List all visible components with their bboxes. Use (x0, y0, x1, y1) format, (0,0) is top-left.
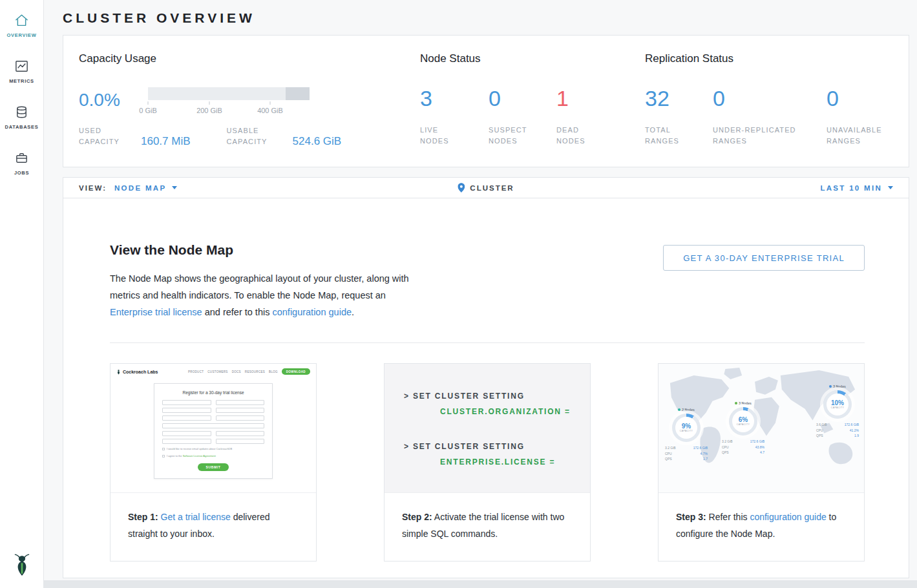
step3-caption: Step 3: Refer this configuration guide t… (659, 493, 864, 542)
metrics-icon (14, 59, 29, 74)
step2-code-block: > SET CLUSTER SETTING CLUSTER.ORGANIZATI… (385, 364, 590, 493)
suspect-nodes-label: SUSPECT NODES (489, 125, 534, 147)
map-node-cluster: 2 Nodes 9% CAPACITY 3.2 GiB172.6 GiB CPU… (665, 408, 708, 462)
enterprise-trial-license-link[interactable]: Enterprise trial license (110, 307, 202, 317)
suspect-nodes-value: 0 (489, 87, 556, 109)
sidebar-item-label: METRICS (9, 78, 34, 84)
node-status-section: Node Status 3 LIVE NODES 0 SUSPECT NODES… (420, 52, 645, 167)
configuration-guide-link[interactable]: configuration guide (750, 512, 826, 522)
map-node-cluster: 3 Nodes 10% CAPACITY 3.6 GiB172.6 GiB CP… (816, 384, 859, 439)
sql-prompt-line: > SET CLUSTER SETTING (404, 391, 590, 401)
capacity-usage-section: Capacity Usage 0.0% 0 GiB 200 GiB (79, 52, 420, 167)
description-text: and refer to this (202, 307, 273, 317)
capacity-bar-chart: 0 GiB 200 GiB 400 GiB (148, 87, 310, 115)
axis-tick-label: 400 GiB (257, 107, 283, 114)
locality-dot (735, 402, 737, 404)
step3-nodemap-preview: 2 Nodes 9% CAPACITY 3.2 GiB172.6 GiB CPU… (659, 364, 864, 493)
locality-dot (829, 385, 832, 388)
chevron-down-icon (888, 186, 893, 189)
node-map-description: The Node Map shows the geographical layo… (110, 270, 414, 320)
sidebar-item-metrics[interactable]: METRICS (0, 48, 43, 94)
configuration-guide-link[interactable]: configuration guide (272, 307, 352, 317)
live-nodes-value: 3 (420, 87, 489, 109)
view-toolbar: VIEW: NODE MAP CLUSTER LAST 10 MIN (63, 177, 909, 198)
capacity-donut: 6% CAPACITY (729, 407, 757, 436)
unavailable-ranges-label: UNAVAILABLE RANGES (827, 125, 901, 147)
map-node-cluster: 3 Nodes 6% CAPACITY 3.2 GiB172.6 GiB CPU… (722, 401, 764, 456)
total-ranges-stat: 32 TOTAL RANGES (645, 87, 713, 147)
sidebar: OVERVIEW METRICS DATABASES JOBS (0, 0, 44, 588)
total-ranges-value: 32 (645, 87, 713, 109)
live-nodes-label: LIVE NODES (420, 125, 465, 147)
enterprise-trial-button[interactable]: GET A 30-DAY ENTERPRISE TRIAL (663, 245, 865, 271)
under-replicated-ranges-stat: 0 UNDER-REPLICATED RANGES (713, 87, 827, 147)
description-text: The Node Map shows the geographical layo… (110, 273, 409, 300)
total-ranges-label: TOTAL RANGES (645, 125, 690, 147)
sidebar-item-jobs[interactable]: JOBS (0, 140, 43, 185)
databases-icon (14, 105, 29, 120)
under-replicated-ranges-value: 0 (713, 87, 827, 109)
mock-submit-button: SUBMIT (198, 463, 229, 471)
time-range-value: LAST 10 MIN (820, 184, 882, 192)
page-title: CLUSTER OVERVIEW (63, 10, 909, 26)
used-capacity-value: 160.7 MiB (141, 135, 191, 147)
sql-setting-line: ENTERPRISE.LICENSE = (440, 457, 590, 467)
cockroachdb-logo (12, 553, 32, 579)
replication-status-section: Replication Status 32 TOTAL RANGES 0 UND… (645, 52, 909, 167)
step2-caption: Step 2: Activate the trial license with … (385, 493, 590, 542)
capacity-usage-title: Capacity Usage (79, 52, 420, 65)
node-mini-stats: 3.6 GiB172.6 GiB CPU41.2% QPS1.9 (816, 422, 859, 439)
mock-trial-form: Register for a 30-day trial license I wo… (154, 383, 273, 479)
node-status-title: Node Status (420, 52, 645, 65)
usable-capacity-label: USABLE CAPACITY (227, 125, 279, 147)
node-mini-stats: 3.2 GiB172.6 GiB CPU4.7% QPS1.7 (665, 445, 708, 462)
view-selector-value: NODE MAP (114, 184, 166, 192)
suspect-nodes-stat: 0 SUSPECT NODES (489, 87, 556, 147)
usable-capacity-stat: USABLE CAPACITY 524.6 GiB (227, 125, 342, 147)
mock-nav: PRODUCT CUSTOMERS DOCS RESOURCES BLOG DO… (188, 368, 310, 375)
dead-nodes-label: DEAD NODES (556, 125, 602, 147)
step3-card: 2 Nodes 9% CAPACITY 3.2 GiB172.6 GiB CPU… (658, 363, 865, 562)
mock-download-button: DOWNLOAD (282, 368, 310, 375)
capacity-donut: 10% CAPACITY (823, 390, 852, 419)
cluster-summary-card: Capacity Usage 0.0% 0 GiB 200 GiB (63, 35, 909, 167)
scope-label: CLUSTER (470, 184, 514, 192)
capacity-axis-ticks (148, 101, 310, 105)
sidebar-item-label: OVERVIEW (7, 32, 37, 38)
used-capacity-label: USED CAPACITY (79, 125, 127, 147)
node-mini-stats: 3.2 GiB172.6 GiB CPU43.8% QPS4.7 (722, 439, 764, 456)
axis-tick-label: 200 GiB (196, 107, 222, 114)
unavailable-ranges-value: 0 (827, 87, 901, 109)
divider (110, 342, 865, 343)
sidebar-item-label: JOBS (14, 170, 29, 176)
sql-prompt-line: > SET CLUSTER SETTING (404, 441, 590, 452)
node-map-panel: View the Node Map The Node Map shows the… (63, 198, 909, 578)
cockroach-bug-icon (116, 369, 121, 375)
location-pin-icon (458, 183, 465, 193)
under-replicated-ranges-label: UNDER-REPLICATED RANGES (713, 125, 810, 147)
sql-setting-line: CLUSTER.ORGANIZATION = (440, 406, 590, 417)
time-range-dropdown[interactable]: LAST 10 MIN (820, 184, 893, 192)
replication-status-title: Replication Status (645, 52, 909, 65)
view-label: VIEW: (79, 184, 107, 192)
main-content: CLUSTER OVERVIEW Capacity Usage 0.0% (44, 0, 917, 588)
dead-nodes-value: 1 (556, 87, 602, 109)
chevron-down-icon (172, 186, 177, 189)
app-root: OVERVIEW METRICS DATABASES JOBS (0, 0, 917, 588)
usable-capacity-value: 524.6 GiB (293, 135, 342, 147)
mock-brand: Cockroach Labs (116, 369, 158, 375)
locality-dot (678, 408, 680, 411)
step1-caption: Step 1: Get a trial license delivered st… (111, 493, 316, 542)
step2-card: > SET CLUSTER SETTING CLUSTER.ORGANIZATI… (384, 363, 591, 562)
view-selector-dropdown[interactable]: NODE MAP (114, 184, 177, 192)
step1-preview-image: Cockroach Labs PRODUCT CUSTOMERS DOCS RE… (111, 364, 316, 493)
used-capacity-stat: USED CAPACITY 160.7 MiB (79, 125, 191, 147)
get-trial-license-link[interactable]: Get a trial license (161, 512, 231, 522)
node-map-title: View the Node Map (110, 242, 414, 258)
capacity-axis-labels: 0 GiB 200 GiB 400 GiB (148, 107, 310, 115)
map-scope-breadcrumb[interactable]: CLUSTER (458, 183, 514, 193)
capacity-bar (148, 87, 310, 100)
sidebar-item-overview[interactable]: OVERVIEW (0, 0, 43, 48)
home-icon (14, 13, 29, 28)
sidebar-item-databases[interactable]: DATABASES (0, 94, 43, 140)
